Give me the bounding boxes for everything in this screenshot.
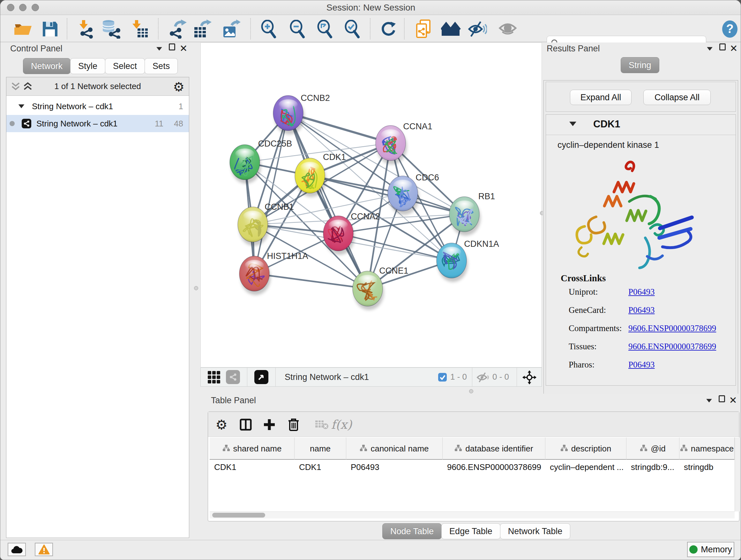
gear-icon[interactable]: ⚙ — [173, 79, 185, 94]
save-session-button[interactable] — [40, 19, 60, 39]
table-cell[interactable]: stringdb:9... — [626, 460, 679, 475]
edge-CCNB2-CCNE1[interactable] — [288, 113, 367, 289]
node-HIST1H1A[interactable]: HIST1H1A — [239, 251, 308, 295]
table-gear-icon[interactable]: ⚙ — [213, 416, 230, 433]
grid-view-icon[interactable] — [208, 371, 220, 383]
node-CCNA1[interactable]: CCNA1 — [376, 122, 432, 165]
import-network-file-button[interactable] — [76, 19, 96, 39]
node-RB1[interactable]: RB1 — [449, 192, 495, 236]
export-image-button[interactable] — [221, 19, 241, 39]
network-graph[interactable]: CCNB2CCNA1CDC25BCDK1CDC6RB1CCNB1CCNA2CDK… — [201, 43, 542, 367]
tab-network[interactable]: Network — [23, 58, 71, 74]
collapse-triangle-icon[interactable] — [18, 105, 24, 108]
table-panel-float-button[interactable] — [716, 395, 728, 406]
toolbar-separator — [250, 18, 251, 39]
export-table-button[interactable] — [192, 19, 212, 39]
column-header-canonical-name[interactable]: canonical name — [346, 437, 443, 460]
import-table-file-button[interactable] — [130, 19, 149, 39]
bottom-splitter-handle[interactable] — [469, 389, 473, 393]
clone-network-button[interactable] — [414, 19, 433, 39]
import-network-database-button[interactable] — [101, 19, 121, 39]
table-panel-menu-button[interactable] — [703, 396, 715, 407]
tab-select[interactable]: Select — [105, 58, 145, 74]
collapse-all-button[interactable]: Collapse All — [643, 90, 711, 105]
zoom-out-button[interactable] — [287, 19, 307, 39]
zoom-in-icon — [260, 20, 277, 38]
app-window: Session: New Session — [0, 0, 741, 560]
column-header-label: @id — [651, 444, 666, 454]
help-button[interactable]: ? — [720, 19, 740, 39]
gene-card-header[interactable]: CDK1 — [546, 115, 736, 135]
network-row-selected[interactable]: String Network – cdk1 11 48 — [6, 115, 189, 132]
edge-CDK1-RB1[interactable] — [310, 176, 464, 214]
column-header-shared-name[interactable]: shared name — [210, 437, 294, 460]
collection-count: 1 — [179, 102, 183, 111]
add-column-icon[interactable] — [261, 416, 278, 433]
table-cell[interactable]: CDK1 — [210, 460, 294, 475]
control-panel-menu-button[interactable] — [153, 44, 165, 55]
network-collection-row[interactable]: String Network – cdk1 1 — [6, 98, 189, 115]
left-splitter-handle[interactable] — [194, 286, 198, 290]
crosslink-link[interactable]: P06493 — [628, 305, 655, 315]
delete-column-trash-icon[interactable] — [285, 416, 302, 433]
column-header--id[interactable]: @id — [626, 437, 679, 460]
table-cell[interactable]: P06493 — [346, 460, 443, 475]
results-panel-float-button[interactable] — [717, 44, 728, 54]
table-cell[interactable]: 9606.ENSP00000378699 — [443, 460, 545, 475]
column-header-name[interactable]: name — [294, 437, 346, 460]
network-share-view-icon[interactable] — [226, 370, 240, 384]
node-CCNB2[interactable]: CCNB2 — [273, 93, 330, 134]
expand-all-button[interactable]: Expand All — [570, 90, 631, 105]
open-session-button[interactable] — [13, 19, 33, 39]
network-canvas[interactable]: CCNB2CCNA1CDC25BCDK1CDC6RB1CCNB1CCNA2CDK… — [200, 43, 542, 368]
column-header-description[interactable]: description — [545, 437, 626, 460]
zoom-selected-button[interactable] — [342, 19, 362, 39]
fit-selected-crosshair-icon[interactable] — [522, 370, 536, 384]
control-panel-close-button[interactable]: ✕ — [178, 44, 189, 54]
crosslink-link[interactable]: P06493 — [628, 287, 655, 297]
node-CCNB1[interactable]: CCNB1 — [238, 202, 294, 246]
node-CDC6[interactable]: CDC6 — [388, 173, 439, 215]
columns-icon[interactable] — [238, 416, 254, 433]
column-header-database-identifier[interactable]: database identifier — [443, 437, 545, 460]
results-panel-close-button[interactable]: ✕ — [728, 44, 739, 54]
horizontal-scrollbar-thumb[interactable] — [212, 513, 265, 517]
tab-network-table[interactable]: Network Table — [500, 523, 570, 539]
tab-node-table[interactable]: Node Table — [382, 523, 442, 539]
tab-edge-table[interactable]: Edge Table — [441, 523, 500, 539]
control-panel-float-button[interactable] — [166, 44, 178, 54]
save-floppy-icon — [42, 20, 59, 38]
show-hidden-button[interactable] — [498, 19, 518, 39]
results-panel-menu-button[interactable] — [704, 44, 716, 55]
apply-layout-button[interactable] — [379, 19, 398, 39]
column-header-namespace[interactable]: namespace — [679, 437, 735, 460]
edge-HIST1H1A-CCNE1[interactable] — [254, 273, 367, 289]
birdseye-view-button[interactable] — [254, 370, 268, 384]
show-all-button[interactable] — [441, 19, 461, 39]
table-panel-close-button[interactable]: ✕ — [727, 395, 739, 406]
crosslink-link[interactable]: 9606.ENSP00000378699 — [628, 323, 716, 333]
crosslink-link[interactable]: P06493 — [628, 360, 655, 370]
table-cell[interactable]: stringdb — [679, 460, 735, 475]
memory-button[interactable]: Memory — [687, 542, 734, 557]
tab-style[interactable]: Style — [70, 58, 105, 74]
zoom-fit-button[interactable] — [315, 19, 334, 39]
hide-selected-button[interactable] — [468, 19, 487, 39]
selected-checkbox-icon[interactable] — [438, 373, 447, 381]
node-CDC25B[interactable]: CDC25B — [230, 139, 292, 184]
tab-string[interactable]: String — [621, 57, 659, 73]
warnings-button[interactable] — [35, 543, 53, 556]
edge-CCNB2-HIST1H1A[interactable] — [254, 113, 288, 273]
table-cell[interactable]: CDK1 — [294, 460, 346, 475]
node-CCNA2[interactable]: CCNA2 — [323, 212, 380, 255]
zoom-in-button[interactable] — [259, 19, 278, 39]
export-network-button[interactable] — [167, 19, 187, 39]
tab-sets[interactable]: Sets — [145, 58, 178, 74]
node-CDKN1A[interactable]: CDKN1A — [436, 239, 499, 282]
collapse-triangle-icon[interactable] — [569, 122, 576, 126]
cloud-button[interactable] — [8, 543, 26, 556]
table-cell[interactable]: cyclin–dependent ... — [545, 460, 626, 475]
table-row[interactable]: CDK1CDK1P064939606.ENSP00000378699cyclin… — [210, 460, 735, 475]
crosslink-link[interactable]: 9606.ENSP00000378699 — [628, 341, 716, 352]
node-CCNE1[interactable]: CCNE1 — [353, 266, 408, 310]
